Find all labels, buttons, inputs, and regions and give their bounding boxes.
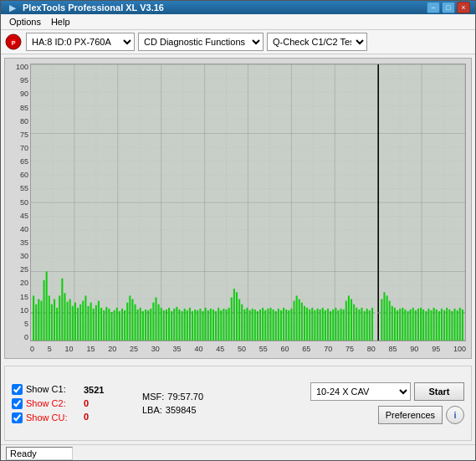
x-label-45: 45 xyxy=(216,345,224,353)
svg-rect-174 xyxy=(364,311,366,341)
app-icon: ▶ xyxy=(6,1,19,14)
x-label-30: 30 xyxy=(151,345,160,353)
svg-rect-56 xyxy=(56,308,58,341)
svg-rect-186 xyxy=(402,308,403,341)
svg-rect-120 xyxy=(223,309,224,341)
svg-rect-81 xyxy=(121,309,123,341)
svg-rect-59 xyxy=(64,293,65,341)
x-axis: 0 5 10 15 20 25 30 35 40 45 50 55 60 65 … xyxy=(30,341,466,356)
window-title: PlexTools Professional XL V3.16 xyxy=(23,3,427,13)
function-select[interactable]: CD Diagnostic Functions xyxy=(138,33,264,51)
close-button[interactable]: × xyxy=(457,2,470,13)
svg-rect-72 xyxy=(98,301,100,341)
svg-rect-68 xyxy=(87,306,89,341)
svg-rect-208 xyxy=(459,308,461,341)
svg-rect-155 xyxy=(314,310,315,341)
svg-rect-164 xyxy=(337,310,339,341)
svg-rect-116 xyxy=(212,310,214,341)
svg-rect-117 xyxy=(215,311,217,341)
svg-rect-132 xyxy=(254,310,256,341)
svg-rect-109 xyxy=(194,310,196,341)
svg-rect-57 xyxy=(59,295,60,341)
show-c2-checkbox[interactable] xyxy=(12,398,23,409)
svg-rect-128 xyxy=(243,310,245,341)
svg-rect-115 xyxy=(210,309,212,341)
msf-value: 79:57.70 xyxy=(167,392,203,402)
menu-options[interactable]: Options xyxy=(4,16,46,28)
drive-select[interactable]: HA:8 ID:0 PX-760A xyxy=(26,33,135,51)
speed-select[interactable]: 10-24 X CAV xyxy=(310,382,411,401)
x-label-60: 60 xyxy=(281,345,289,353)
c1-checkbox-row: Show C1: xyxy=(12,384,79,395)
svg-rect-103 xyxy=(178,310,180,341)
svg-rect-201 xyxy=(441,309,443,341)
x-label-95: 95 xyxy=(432,345,440,353)
test-select[interactable]: Q-Check C1/C2 Test xyxy=(267,33,367,51)
c1-value: 3521 xyxy=(84,385,125,395)
svg-rect-195 xyxy=(425,311,427,341)
info-button[interactable]: i xyxy=(446,406,464,424)
svg-rect-209 xyxy=(462,310,463,341)
x-label-25: 25 xyxy=(130,345,138,353)
y-label-5: 5 xyxy=(7,320,28,328)
checkboxes-col: Show C1: Show C2: Show CU: xyxy=(12,384,79,423)
svg-rect-90 xyxy=(145,310,146,341)
show-cu-checkbox[interactable] xyxy=(12,412,23,423)
svg-rect-177 xyxy=(371,308,373,341)
preferences-button[interactable]: Preferences xyxy=(378,406,443,424)
show-cu-label: Show CU: xyxy=(26,412,68,423)
svg-rect-189 xyxy=(410,310,412,341)
svg-rect-202 xyxy=(443,310,445,341)
maximize-button[interactable]: □ xyxy=(442,2,455,13)
minimize-button[interactable]: − xyxy=(427,2,440,13)
svg-rect-184 xyxy=(397,310,398,341)
svg-rect-119 xyxy=(220,310,222,341)
status-bar: Ready xyxy=(1,444,475,461)
svg-rect-196 xyxy=(427,309,429,341)
menu-help[interactable]: Help xyxy=(46,16,75,28)
svg-rect-63 xyxy=(74,303,76,341)
svg-rect-111 xyxy=(199,309,201,341)
svg-rect-151 xyxy=(304,306,305,341)
svg-rect-101 xyxy=(173,309,175,341)
menu-bar: Options Help xyxy=(1,14,475,30)
x-label-55: 55 xyxy=(259,345,268,353)
y-label-65: 65 xyxy=(7,158,28,166)
svg-rect-139 xyxy=(273,310,274,341)
x-label-85: 85 xyxy=(389,345,397,353)
show-c1-checkbox[interactable] xyxy=(12,384,23,395)
svg-rect-77 xyxy=(110,312,112,341)
svg-rect-159 xyxy=(325,310,326,341)
svg-rect-171 xyxy=(356,308,357,341)
svg-rect-200 xyxy=(438,311,440,341)
svg-rect-122 xyxy=(228,308,230,341)
svg-rect-161 xyxy=(330,311,331,341)
start-button[interactable]: Start xyxy=(414,382,464,401)
svg-rect-158 xyxy=(322,308,324,341)
svg-rect-141 xyxy=(278,309,279,341)
svg-rect-75 xyxy=(105,307,107,341)
svg-rect-160 xyxy=(327,309,329,341)
x-label-100: 100 xyxy=(453,345,466,353)
y-label-90: 90 xyxy=(7,90,28,98)
y-label-55: 55 xyxy=(7,185,28,192)
prefs-info-row: Preferences i xyxy=(378,406,464,424)
svg-rect-105 xyxy=(184,309,186,341)
svg-rect-62 xyxy=(72,306,74,341)
svg-rect-71 xyxy=(95,305,97,341)
svg-rect-156 xyxy=(317,309,319,341)
svg-rect-86 xyxy=(135,305,136,341)
svg-rect-149 xyxy=(299,300,300,341)
svg-rect-178 xyxy=(381,300,382,341)
svg-rect-197 xyxy=(430,310,432,341)
svg-rect-142 xyxy=(280,310,282,341)
svg-rect-199 xyxy=(436,310,438,341)
svg-rect-167 xyxy=(345,301,347,341)
svg-rect-143 xyxy=(283,308,284,341)
svg-rect-49 xyxy=(38,300,39,341)
svg-rect-192 xyxy=(417,309,419,341)
svg-rect-180 xyxy=(386,295,388,341)
svg-rect-50 xyxy=(40,301,42,341)
svg-rect-110 xyxy=(197,310,198,341)
svg-rect-153 xyxy=(309,310,310,341)
